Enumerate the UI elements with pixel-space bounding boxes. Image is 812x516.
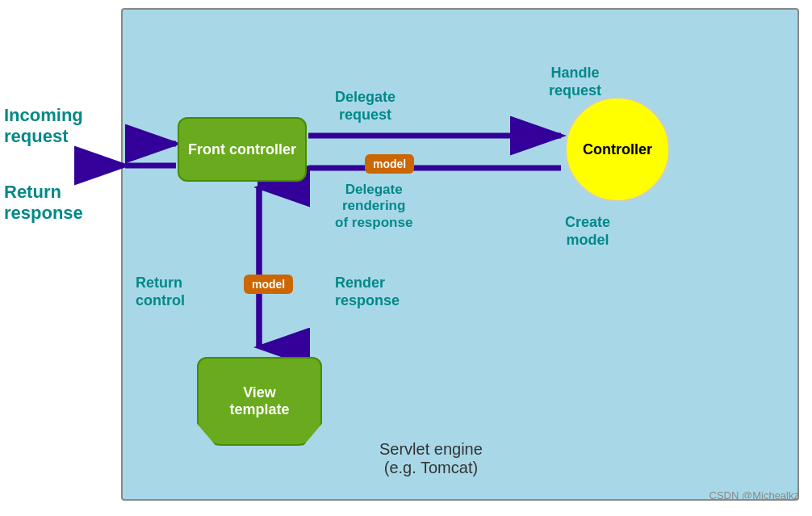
delegate-request-label: Delegaterequest [335, 89, 396, 124]
controller-label: Controller [583, 141, 652, 158]
return-response-text: Returnresponse [4, 182, 83, 223]
model-badge-1: model [365, 154, 414, 174]
model1-label: model [373, 157, 406, 170]
render-response-label: Renderresponse [335, 275, 400, 309]
incoming-request-text: Incomingrequest [4, 105, 83, 146]
return-response-label: Returnresponse [4, 182, 83, 224]
create-model-label: Createmodel [565, 214, 610, 249]
return-control-label: Returncontrol [136, 275, 185, 309]
model2-label: model [252, 278, 285, 291]
handle-request-label: Handlerequest [549, 65, 601, 99]
delegate-rendering-text: Delegaterenderingof response [335, 182, 412, 230]
return-control-text: Returncontrol [136, 275, 185, 308]
view-template-box: Viewtemplate [197, 357, 322, 446]
delegate-request-text: Delegaterequest [335, 89, 396, 123]
diagram-container: Front controller Controller Viewtemplate… [0, 0, 812, 516]
csdn-text: CSDN @Michealkz [709, 489, 799, 501]
servlet-engine-text: Servlet engine(e.g. Tomcat) [379, 440, 483, 476]
create-model-text: Createmodel [565, 214, 610, 248]
servlet-engine-label: Servlet engine(e.g. Tomcat) [379, 440, 483, 477]
front-controller-box: Front controller [178, 117, 307, 182]
front-controller-label: Front controller [188, 141, 296, 158]
controller-circle: Controller [565, 97, 670, 202]
incoming-request-label: Incomingrequest [4, 105, 83, 148]
csdn-label: CSDN @Michealkz [709, 489, 799, 501]
render-response-text: Renderresponse [335, 275, 400, 308]
model-badge-2: model [244, 275, 293, 294]
handle-request-text: Handlerequest [549, 65, 601, 99]
view-template-label: Viewtemplate [229, 384, 289, 418]
delegate-rendering-label: Delegaterenderingof response [335, 182, 412, 231]
